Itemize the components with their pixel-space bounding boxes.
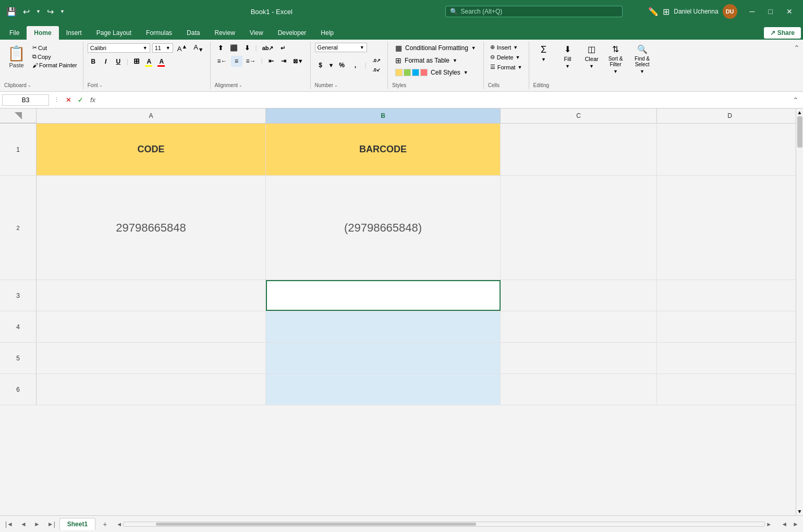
cell-b2[interactable]: (29798665848): [266, 176, 501, 280]
fill-dropdown-arrow[interactable]: ▼: [565, 64, 570, 69]
font-name-dropdown[interactable]: Calibri ▼: [88, 43, 150, 53]
cell-b3[interactable]: [266, 280, 501, 311]
scroll-tab-next[interactable]: ►: [790, 519, 801, 529]
sort-filter-button[interactable]: ⇅ Sort &Filter ▼: [605, 43, 626, 76]
wrap-text-button[interactable]: ↵: [277, 43, 289, 53]
font-size-dropdown[interactable]: 11 ▼: [152, 43, 173, 53]
cell-b6[interactable]: [266, 374, 501, 405]
confirm-formula-icon[interactable]: ✓: [75, 95, 86, 105]
horizontal-scroll-area[interactable]: ◄ ►: [116, 521, 772, 527]
fill-button[interactable]: ⬇ Fill ▼: [557, 43, 578, 76]
clipboard-expand-icon[interactable]: ⌄: [28, 83, 31, 88]
insert-dropdown[interactable]: ▼: [513, 45, 518, 50]
add-sheet-button[interactable]: +: [99, 519, 111, 529]
format-cells-button[interactable]: ☰ Format ▼: [488, 63, 525, 71]
maximize-button[interactable]: □: [762, 5, 779, 18]
redo-icon[interactable]: ↪: [45, 6, 56, 18]
cell-d6[interactable]: [657, 374, 796, 405]
delete-dropdown[interactable]: ▼: [516, 55, 520, 60]
currency-dropdown-arrow[interactable]: ▼: [328, 62, 334, 68]
cell-styles-dropdown[interactable]: ▼: [464, 70, 468, 75]
sheet-last-button[interactable]: ►|: [44, 519, 58, 529]
paste-button[interactable]: 📋 Paste: [4, 43, 29, 70]
cell-d4[interactable]: [657, 311, 796, 342]
row-header-1[interactable]: 1: [0, 124, 36, 175]
row-header-6[interactable]: 6: [0, 374, 36, 405]
decrease-font-button[interactable]: A▼: [191, 43, 205, 53]
alignment-expand-icon[interactable]: ⌄: [239, 83, 242, 88]
row-header-4[interactable]: 4: [0, 311, 36, 342]
align-right-button[interactable]: ≡→: [244, 56, 259, 67]
scroll-down-button[interactable]: ▼: [796, 507, 803, 515]
cell-a1[interactable]: CODE: [36, 124, 266, 175]
orientation-button[interactable]: ab↗: [260, 43, 276, 53]
align-left-button[interactable]: ≡←: [215, 56, 230, 67]
vertical-scrollbar[interactable]: ▲ ▼: [796, 108, 803, 515]
collapse-ribbon-button[interactable]: ⌃: [790, 42, 803, 54]
align-center-button[interactable]: ≡: [231, 56, 242, 67]
formula-bar-expand-button[interactable]: ⌃: [790, 95, 801, 105]
cell-a3[interactable]: [36, 280, 266, 311]
scroll-tab-prev[interactable]: ◄: [779, 519, 789, 529]
search-input[interactable]: [461, 8, 591, 15]
find-select-dropdown-arrow[interactable]: ▼: [640, 69, 644, 74]
cell-c6[interactable]: [501, 374, 657, 405]
cell-a2[interactable]: 29798665848: [36, 176, 266, 280]
clear-dropdown-arrow[interactable]: ▼: [589, 64, 594, 69]
cell-reference-box[interactable]: B3: [2, 94, 49, 106]
delete-cells-button[interactable]: ⊖ Delete ▼: [488, 53, 525, 62]
tab-home[interactable]: Home: [27, 26, 58, 40]
row-header-3[interactable]: 3: [0, 280, 36, 311]
scroll-up-button[interactable]: ▲: [796, 108, 803, 116]
sheet-first-button[interactable]: |◄: [2, 519, 16, 529]
undo-icon[interactable]: ↩: [21, 6, 32, 18]
cell-d1[interactable]: [657, 124, 796, 175]
align-bottom-button[interactable]: ⬇: [241, 43, 253, 54]
cell-c4[interactable]: [501, 311, 657, 342]
close-button[interactable]: ✕: [780, 5, 799, 18]
hscroll-left-btn[interactable]: ◄: [116, 521, 122, 527]
sheet-prev-button[interactable]: ◄: [17, 519, 30, 529]
col-header-d[interactable]: D: [657, 108, 796, 123]
cell-styles-button[interactable]: Cell Styles ▼: [392, 68, 479, 77]
hscroll-right-btn[interactable]: ►: [766, 521, 772, 527]
clear-button[interactable]: ◫ Clear ▼: [581, 43, 602, 76]
cell-c2[interactable]: [501, 176, 657, 280]
customize-qat-icon[interactable]: ▼: [58, 8, 67, 15]
tab-help[interactable]: Help: [313, 26, 341, 40]
row-header-2[interactable]: 2: [0, 176, 36, 280]
indent-dec-button[interactable]: ⇤: [265, 56, 277, 67]
comma-button[interactable]: ,: [349, 60, 361, 71]
border-button[interactable]: ⊞: [131, 55, 142, 68]
share-button[interactable]: ↗ Share: [764, 27, 801, 39]
more-functions-icon[interactable]: ⋮: [51, 95, 62, 104]
cell-a4[interactable]: [36, 311, 266, 342]
search-box[interactable]: 🔍: [445, 6, 623, 17]
cell-d2[interactable]: [657, 176, 796, 280]
format-dropdown[interactable]: ▼: [518, 65, 522, 70]
font-expand-icon[interactable]: ⌄: [99, 83, 103, 88]
align-top-button[interactable]: ⬆: [215, 43, 226, 54]
format-painter-button[interactable]: 🖌 Format Painter: [31, 62, 79, 69]
increase-font-button[interactable]: A▲: [175, 43, 189, 53]
col-header-b[interactable]: B: [266, 108, 501, 123]
layout-icon[interactable]: ⊞: [663, 7, 670, 17]
format-as-table-button[interactable]: ⊞ Format as Table ▼: [392, 55, 479, 66]
tab-page-layout[interactable]: Page Layout: [89, 26, 139, 40]
avatar[interactable]: DU: [723, 4, 737, 19]
autosum-dropdown-arrow[interactable]: ▼: [541, 57, 546, 62]
tab-developer[interactable]: Developer: [271, 26, 314, 40]
undo-dropdown-icon[interactable]: ▼: [34, 8, 43, 15]
insert-cells-button[interactable]: ⊕ Insert ▼: [488, 43, 525, 52]
formula-input[interactable]: [100, 95, 788, 105]
merge-center-button[interactable]: ⊠▼: [290, 56, 306, 66]
cell-c5[interactable]: [501, 343, 657, 373]
row-header-5[interactable]: 5: [0, 343, 36, 373]
save-icon[interactable]: 💾: [4, 6, 19, 18]
font-color-button[interactable]: A: [156, 56, 167, 67]
sort-filter-dropdown-arrow[interactable]: ▼: [613, 69, 618, 74]
cell-b5[interactable]: [266, 343, 501, 373]
cell-d5[interactable]: [657, 343, 796, 373]
tab-file[interactable]: File: [2, 26, 27, 40]
percent-button[interactable]: %: [336, 60, 347, 71]
